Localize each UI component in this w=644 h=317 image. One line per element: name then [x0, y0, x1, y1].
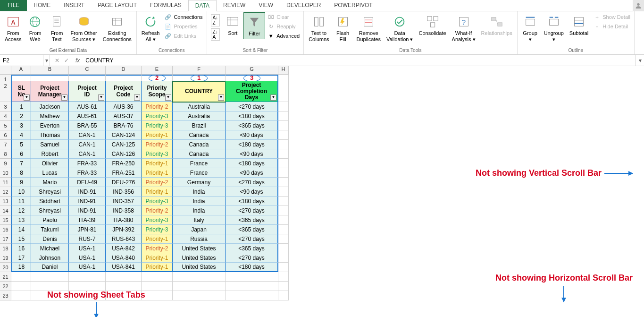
cell-days[interactable]: <90 days: [226, 187, 278, 197]
cell-project-id[interactable]: AUS-61: [69, 102, 106, 111]
cell-country[interactable]: Japan: [173, 225, 226, 234]
cell-sl[interactable]: 11: [11, 197, 31, 206]
col-header-F[interactable]: F: [173, 66, 226, 75]
cell-project-id[interactable]: DEU-49: [69, 178, 106, 187]
cell-sl[interactable]: 13: [11, 215, 31, 225]
cell-country[interactable]: India: [173, 187, 226, 197]
cell[interactable]: [69, 282, 106, 291]
cell-sl[interactable]: 12: [11, 206, 31, 215]
cell[interactable]: [11, 282, 31, 291]
cell-country[interactable]: France: [173, 168, 226, 178]
formula-input[interactable]: COUNTRY: [82, 57, 636, 64]
advanced-button[interactable]: ▼Advanced: [265, 31, 301, 41]
row-header-22[interactable]: 22: [0, 282, 11, 291]
cell-project-id[interactable]: USA-1: [69, 253, 106, 263]
cell[interactable]: [278, 168, 289, 178]
cell-pm[interactable]: Paolo: [31, 215, 69, 225]
row-header-5[interactable]: 5: [0, 121, 11, 130]
cell-country[interactable]: France: [173, 159, 226, 168]
cell[interactable]: [278, 244, 289, 253]
cell-country[interactable]: Brazil: [173, 121, 226, 130]
cell[interactable]: [173, 282, 226, 291]
sort-za-button[interactable]: Z↓A: [211, 28, 220, 41]
cell[interactable]: [278, 159, 289, 168]
cell-sl[interactable]: 10: [11, 187, 31, 197]
cell-days[interactable]: <180 days: [226, 263, 278, 272]
cell-sl[interactable]: 7: [11, 159, 31, 168]
cell-priority[interactable]: Priority-3: [142, 111, 173, 121]
cell-sl[interactable]: 8: [11, 168, 31, 178]
cell-country[interactable]: India: [173, 206, 226, 215]
tab-review[interactable]: REVIEW: [217, 0, 252, 11]
cell-priority[interactable]: Priority-2: [142, 206, 173, 215]
cell-project-code[interactable]: CAN-126: [106, 149, 142, 159]
cell[interactable]: [106, 272, 142, 282]
cell-priority[interactable]: Priority-1: [142, 234, 173, 244]
cell[interactable]: [142, 282, 173, 291]
cell-project-code[interactable]: USA-841: [106, 263, 142, 272]
cell-project-code[interactable]: JPN-392: [106, 225, 142, 234]
tab-pagelayout[interactable]: PAGE LAYOUT: [91, 0, 143, 11]
cell-pm[interactable]: Lucas: [31, 168, 69, 178]
cell-pm[interactable]: Johnson: [31, 253, 69, 263]
cell-days[interactable]: <90 days: [226, 130, 278, 140]
cell[interactable]: [278, 282, 289, 291]
properties-button[interactable]: 📄Properties: [162, 22, 204, 31]
select-all-button[interactable]: [0, 66, 11, 75]
clear-button[interactable]: ⌧Clear: [265, 12, 301, 22]
tab-developer[interactable]: DEVELOPER: [280, 0, 327, 11]
cell-project-code[interactable]: CAN-125: [106, 140, 142, 149]
tab-formulas[interactable]: FORMULAS: [143, 0, 188, 11]
cell-priority[interactable]: Priority-1: [142, 263, 173, 272]
file-tab[interactable]: FILE: [0, 0, 27, 11]
cell-priority[interactable]: Priority-3: [142, 197, 173, 206]
cell[interactable]: [278, 102, 289, 111]
cell-priority[interactable]: Priority-2: [142, 140, 173, 149]
cell[interactable]: [278, 197, 289, 206]
cell-sl[interactable]: 6: [11, 149, 31, 159]
cell-days[interactable]: <90 days: [226, 149, 278, 159]
cell-days[interactable]: <365 days: [226, 215, 278, 225]
cell-project-code[interactable]: IND-356: [106, 187, 142, 197]
cell[interactable]: [278, 111, 289, 121]
cell-project-id[interactable]: CAN-1: [69, 130, 106, 140]
cell[interactable]: [173, 272, 226, 282]
cell-days[interactable]: <365 days: [226, 244, 278, 253]
row-header-11[interactable]: 11: [0, 178, 11, 187]
cell[interactable]: [31, 75, 69, 81]
row-header-3[interactable]: 3: [0, 102, 11, 111]
cell-sl[interactable]: 17: [11, 253, 31, 263]
cell-project-code[interactable]: DEU-276: [106, 178, 142, 187]
cell[interactable]: 1: [173, 75, 226, 81]
cell[interactable]: [11, 272, 31, 282]
filter-dropdown-button[interactable]: ▼: [165, 94, 171, 101]
fx-icon[interactable]: fx: [74, 57, 82, 64]
cell-country[interactable]: United States: [173, 253, 226, 263]
cell-sl[interactable]: 16: [11, 244, 31, 253]
cell-project-code[interactable]: FRA-251: [106, 168, 142, 178]
name-box[interactable]: F2: [0, 55, 43, 66]
cell[interactable]: [278, 234, 289, 244]
row-header-10[interactable]: 10: [0, 168, 11, 178]
expand-formula-bar-icon[interactable]: ▾: [636, 55, 644, 66]
cell-pm[interactable]: Mario: [31, 178, 69, 187]
row-header-17[interactable]: 17: [0, 234, 11, 244]
cell[interactable]: [278, 206, 289, 215]
cell-priority[interactable]: Priority-1: [142, 168, 173, 178]
filter-dropdown-button[interactable]: ▼: [98, 94, 104, 101]
cell-priority[interactable]: Priority-1: [142, 159, 173, 168]
filter-dropdown-button[interactable]: ▼: [218, 94, 224, 101]
cell-country[interactable]: Canada: [173, 140, 226, 149]
cell-sl[interactable]: 9: [11, 178, 31, 187]
cell-project-code[interactable]: AUS-36: [106, 102, 142, 111]
cell-pm[interactable]: Denis: [31, 234, 69, 244]
reapply-button[interactable]: ↻Reapply: [265, 22, 301, 31]
cell-pm[interactable]: Mathew: [31, 111, 69, 121]
cell-project-code[interactable]: IND-357: [106, 197, 142, 206]
cell-pm[interactable]: Takumi: [31, 225, 69, 234]
from-web-button[interactable]: From Web: [24, 12, 46, 44]
col-header-E[interactable]: E: [142, 66, 173, 75]
col-header-G[interactable]: G: [226, 66, 278, 75]
cell-sl[interactable]: 15: [11, 234, 31, 244]
row-header-19[interactable]: 19: [0, 253, 11, 263]
